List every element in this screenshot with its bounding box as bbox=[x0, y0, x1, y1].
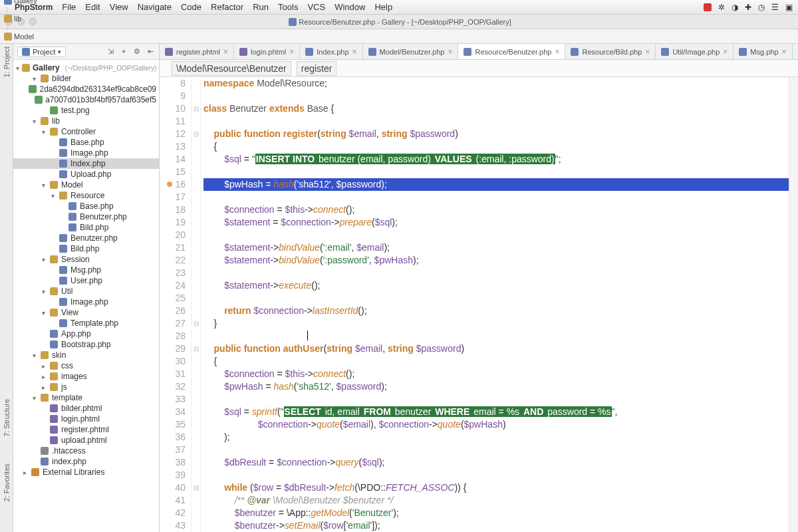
line-number[interactable]: 18 bbox=[160, 203, 186, 216]
menu-run[interactable]: Run bbox=[253, 2, 269, 12]
code-line[interactable]: { bbox=[203, 355, 789, 368]
tree-disclosure-icon[interactable]: ▸ bbox=[40, 373, 47, 380]
tree-node[interactable]: Index.php bbox=[13, 158, 159, 169]
fold-toggle[interactable]: ⊟ bbox=[192, 317, 200, 330]
code-line[interactable] bbox=[203, 444, 789, 456]
tree-node[interactable]: App.php bbox=[13, 329, 159, 339]
code-line[interactable]: /** @var \Model\Benutzer $benutzer */ bbox=[203, 494, 789, 507]
menu-vcs[interactable]: VCS bbox=[307, 2, 325, 12]
line-number[interactable]: 11 bbox=[160, 115, 186, 128]
editor-tab[interactable]: Util/Image.php× bbox=[656, 44, 733, 59]
line-number[interactable]: 17 bbox=[160, 191, 186, 203]
code-line[interactable]: $connection = $this->connect(); bbox=[203, 203, 789, 216]
line-number[interactable]: 36 bbox=[160, 431, 186, 444]
line-number[interactable]: 33 bbox=[160, 393, 186, 406]
fold-toggle[interactable]: ⊟ bbox=[192, 128, 200, 140]
tree-node[interactable]: Bild.php bbox=[13, 243, 159, 254]
code-line[interactable] bbox=[203, 267, 789, 279]
line-number[interactable]: 41 bbox=[160, 494, 186, 507]
line-number[interactable]: 38 bbox=[160, 456, 186, 469]
code-line[interactable]: } bbox=[203, 317, 789, 330]
editor-tab[interactable]: Resource/Benutzer.php× bbox=[458, 44, 565, 60]
code-line[interactable]: $sql = sprintf("SELECT id, email FROM be… bbox=[203, 406, 789, 418]
line-number[interactable]: 40 bbox=[160, 481, 186, 494]
line-number[interactable]: 9 bbox=[160, 90, 186, 102]
code-line[interactable]: class Benutzer extends Base { bbox=[203, 102, 789, 115]
tray-icon[interactable]: ▣ bbox=[785, 3, 793, 12]
tree-disclosure-icon[interactable]: ▾ bbox=[31, 352, 37, 359]
menu-code[interactable]: Code bbox=[181, 2, 201, 12]
tree-disclosure-icon[interactable]: ▾ bbox=[40, 309, 47, 317]
settings-gear-icon[interactable]: ⚙ bbox=[132, 47, 142, 56]
line-number[interactable]: 30 bbox=[160, 355, 186, 368]
code-line[interactable]: $pwHash = hash('sha512', $password); bbox=[203, 380, 789, 393]
tree-node[interactable]: Base.php bbox=[13, 137, 159, 148]
editor-tab[interactable]: Index.php× bbox=[300, 44, 362, 59]
code-line[interactable] bbox=[203, 90, 789, 102]
menu-file[interactable]: File bbox=[62, 2, 76, 12]
tree-node[interactable]: bilder.phtml bbox=[13, 403, 159, 414]
code-line[interactable]: $statement = $connection->prepare($sql); bbox=[203, 216, 789, 229]
tool-tab-favorites[interactable]: 2: Favorites bbox=[3, 464, 11, 501]
tree-node[interactable]: 2da6294dbd263134ef9cab8ce09 bbox=[13, 84, 159, 94]
tray-icon[interactable]: ◑ bbox=[732, 3, 738, 12]
menu-navigate[interactable]: Navigate bbox=[138, 2, 172, 12]
code-line[interactable]: public function authUser(string $email, … bbox=[203, 342, 789, 355]
tab-close-button[interactable]: × bbox=[723, 47, 728, 57]
tree-node[interactable]: ▾Util bbox=[13, 286, 159, 297]
menu-help[interactable]: Help bbox=[374, 2, 392, 12]
fold-gutter[interactable]: ⊟⊟⊟⊟⊟ bbox=[192, 77, 201, 532]
tree-node[interactable]: .htaccess bbox=[13, 446, 159, 456]
tree-disclosure-icon[interactable]: ▸ bbox=[40, 384, 47, 391]
tree-node[interactable]: ▸External Libraries bbox=[13, 467, 159, 477]
menu-edit[interactable]: Edit bbox=[85, 2, 100, 12]
tab-close-button[interactable]: × bbox=[555, 47, 559, 57]
tray-icon[interactable]: ✚ bbox=[745, 3, 751, 12]
line-number[interactable]: 28 bbox=[160, 330, 186, 342]
code-line[interactable] bbox=[203, 292, 789, 305]
code-line[interactable]: public function register(string $email, … bbox=[203, 128, 789, 140]
line-number[interactable]: 29 bbox=[160, 342, 186, 355]
tab-close-button[interactable]: × bbox=[448, 47, 452, 57]
code-line[interactable]: $benutzer->setEmail($row['email']); bbox=[203, 519, 789, 532]
code-line[interactable]: $statement->bindValue(':email', $email); bbox=[203, 241, 789, 254]
tree-node[interactable]: Benutzer.php bbox=[13, 211, 159, 222]
tool-tab-project[interactable]: 1: Project bbox=[3, 47, 11, 77]
code-line[interactable]: namespace Model\Resource; bbox=[203, 77, 789, 90]
line-number[interactable]: 31 bbox=[160, 368, 186, 380]
tray-icon[interactable]: ◷ bbox=[758, 3, 765, 12]
fold-toggle[interactable]: ⊟ bbox=[192, 102, 200, 115]
tree-disclosure-icon[interactable]: ▾ bbox=[40, 256, 47, 263]
editor-tab[interactable]: Msg.php× bbox=[733, 44, 792, 59]
editor-tab[interactable]: Resource/Bild.php× bbox=[565, 44, 656, 59]
line-number[interactable]: 39 bbox=[160, 469, 186, 481]
line-number[interactable]: 20 bbox=[160, 229, 186, 241]
menu-view[interactable]: View bbox=[110, 2, 128, 12]
tree-node[interactable]: Msg.php bbox=[13, 265, 159, 275]
line-number[interactable]: 16 bbox=[160, 178, 186, 191]
line-number[interactable]: 19 bbox=[160, 216, 186, 229]
line-number[interactable]: 13 bbox=[160, 140, 186, 153]
code-line[interactable] bbox=[203, 166, 789, 178]
fold-toggle[interactable]: ⊟ bbox=[192, 481, 200, 494]
tree-node[interactable]: ▸js bbox=[13, 382, 159, 392]
tree-node[interactable]: ▸css bbox=[13, 360, 159, 371]
tree-node[interactable]: ▾View bbox=[13, 307, 159, 318]
code-line[interactable]: $pwHash = hash('sha512', $password); bbox=[203, 178, 789, 191]
tree-node[interactable]: Image.php bbox=[13, 297, 159, 307]
breakpoint-icon[interactable] bbox=[167, 182, 172, 187]
code-line[interactable]: $connection = $this->connect(); bbox=[203, 368, 789, 380]
code-line[interactable]: return $connection->lastInsertId(); bbox=[203, 305, 789, 317]
editor-tab[interactable]: login.phtml× bbox=[234, 44, 300, 59]
code-line[interactable]: $statement->execute(); bbox=[203, 279, 789, 292]
tab-close-button[interactable]: × bbox=[223, 47, 228, 57]
line-number[interactable]: 27 bbox=[160, 317, 186, 330]
tree-disclosure-icon[interactable]: ▾ bbox=[40, 182, 47, 189]
line-number[interactable]: 12 bbox=[160, 128, 186, 140]
code-line[interactable] bbox=[203, 191, 789, 203]
breadcrumb-item[interactable]: lib bbox=[4, 15, 57, 23]
scroll-from-source-button[interactable]: ⌖ bbox=[119, 47, 128, 56]
tree-node[interactable]: Bild.php bbox=[13, 222, 159, 233]
line-number[interactable]: 43 bbox=[160, 519, 186, 532]
tree-node[interactable]: ▾Controller bbox=[13, 126, 159, 137]
